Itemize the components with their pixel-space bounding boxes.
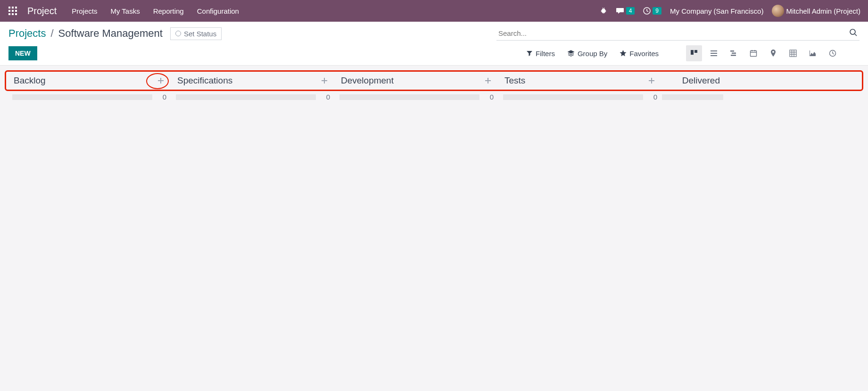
set-status-label: Set Status bbox=[184, 30, 216, 38]
breadcrumb-current: Software Management bbox=[58, 27, 163, 40]
set-status-button[interactable]: Set Status bbox=[170, 27, 222, 40]
stage-count: 0 bbox=[321, 93, 330, 101]
progress-bar bbox=[176, 94, 316, 100]
debug-icon[interactable] bbox=[600, 7, 607, 15]
stage-progress-tests: 0 bbox=[498, 93, 662, 101]
kanban-board: Backlog Specifications Development Tests… bbox=[0, 70, 868, 103]
stage-backlog[interactable]: Backlog bbox=[9, 73, 173, 89]
stage-tests[interactable]: Tests bbox=[500, 73, 663, 89]
filters-button[interactable]: Filters bbox=[526, 50, 555, 58]
svg-rect-17 bbox=[711, 55, 717, 56]
map-view-button[interactable] bbox=[765, 45, 781, 61]
add-card-button[interactable] bbox=[154, 77, 168, 84]
menu-configuration[interactable]: Configuration bbox=[197, 7, 239, 15]
svg-rect-8 bbox=[15, 13, 17, 15]
new-button[interactable]: NEW bbox=[8, 46, 37, 60]
avatar bbox=[772, 5, 784, 17]
breadcrumb: Projects / Software Management bbox=[8, 27, 163, 40]
stage-title: Backlog bbox=[14, 75, 46, 86]
stage-development[interactable]: Development bbox=[336, 73, 500, 89]
svg-rect-7 bbox=[12, 13, 14, 15]
apps-icon[interactable] bbox=[8, 6, 18, 16]
stage-delivered[interactable]: Delivered bbox=[663, 73, 729, 89]
svg-rect-38 bbox=[649, 80, 654, 81]
company-selector[interactable]: My Company (San Francisco) bbox=[670, 7, 763, 15]
stage-title: Specifications bbox=[177, 75, 232, 86]
svg-rect-34 bbox=[322, 80, 327, 81]
group-by-button[interactable]: Group By bbox=[567, 50, 607, 58]
svg-rect-3 bbox=[8, 10, 10, 12]
stage-title: Delivered bbox=[682, 75, 720, 86]
svg-rect-14 bbox=[694, 50, 697, 53]
messages-badge: 4 bbox=[626, 7, 635, 15]
add-card-button[interactable] bbox=[317, 77, 331, 84]
kanban-stage-headers: Backlog Specifications Development Tests… bbox=[5, 70, 863, 91]
app-name[interactable]: Project bbox=[27, 6, 57, 17]
list-view-button[interactable] bbox=[706, 45, 722, 61]
main-navbar: Project Projects My Tasks Reporting Conf… bbox=[0, 0, 868, 22]
activities-button[interactable]: 9 bbox=[643, 7, 661, 15]
search-options: Filters Group By Favorites bbox=[526, 45, 860, 61]
svg-line-12 bbox=[855, 34, 857, 36]
stage-title: Development bbox=[341, 75, 394, 86]
view-switcher bbox=[686, 45, 841, 61]
user-name: Mitchell Admin (Project) bbox=[786, 7, 860, 15]
navbar-right: 4 9 My Company (San Francisco) Mitchell … bbox=[600, 5, 860, 17]
progress-bar bbox=[12, 94, 152, 100]
menu-my-tasks[interactable]: My Tasks bbox=[110, 7, 140, 15]
progress-bar bbox=[662, 94, 723, 100]
stage-count: 0 bbox=[648, 93, 657, 101]
svg-rect-20 bbox=[731, 55, 736, 56]
calendar-view-button[interactable] bbox=[745, 45, 761, 61]
svg-rect-2 bbox=[15, 7, 17, 8]
progress-bar bbox=[339, 94, 479, 100]
favorites-button[interactable]: Favorites bbox=[620, 50, 659, 58]
stage-progress-backlog: 0 bbox=[8, 93, 171, 101]
gantt-view-button[interactable] bbox=[726, 45, 742, 61]
svg-rect-15 bbox=[711, 50, 717, 51]
svg-rect-25 bbox=[790, 50, 796, 57]
svg-rect-16 bbox=[711, 53, 717, 54]
kanban-counts-row: 0 0 0 0 bbox=[4, 91, 864, 103]
kanban-view-button[interactable] bbox=[686, 45, 702, 61]
pivot-view-button[interactable] bbox=[785, 45, 801, 61]
user-menu[interactable]: Mitchell Admin (Project) bbox=[772, 5, 860, 17]
stage-progress-delivered bbox=[662, 94, 728, 100]
status-dot-icon bbox=[175, 31, 181, 36]
control-panel: Projects / Software Management Set Statu… bbox=[0, 22, 868, 66]
svg-point-11 bbox=[850, 29, 855, 34]
progress-bar bbox=[503, 94, 643, 100]
breadcrumb-separator: / bbox=[50, 27, 53, 40]
messages-button[interactable]: 4 bbox=[616, 7, 635, 15]
search-input[interactable] bbox=[496, 26, 860, 41]
activity-view-button[interactable] bbox=[825, 45, 841, 61]
svg-rect-5 bbox=[15, 10, 17, 12]
stage-progress-development: 0 bbox=[335, 93, 498, 101]
add-card-button[interactable] bbox=[645, 77, 659, 84]
svg-rect-19 bbox=[732, 53, 736, 54]
search-icon[interactable] bbox=[849, 28, 858, 37]
svg-rect-1 bbox=[12, 7, 14, 8]
add-card-button[interactable] bbox=[481, 77, 495, 84]
svg-rect-18 bbox=[730, 50, 734, 52]
graph-view-button[interactable] bbox=[805, 45, 821, 61]
svg-rect-6 bbox=[8, 13, 10, 15]
activities-badge: 9 bbox=[653, 7, 661, 15]
stage-title: Tests bbox=[504, 75, 525, 86]
stage-count: 0 bbox=[157, 93, 166, 101]
menu-reporting[interactable]: Reporting bbox=[153, 7, 184, 15]
svg-point-9 bbox=[602, 9, 605, 13]
stage-progress-specifications: 0 bbox=[171, 93, 335, 101]
svg-rect-21 bbox=[751, 51, 757, 57]
svg-rect-4 bbox=[12, 10, 14, 12]
svg-rect-0 bbox=[8, 7, 10, 8]
breadcrumb-projects[interactable]: Projects bbox=[8, 27, 46, 40]
stage-count: 0 bbox=[484, 93, 494, 101]
svg-rect-13 bbox=[691, 50, 694, 55]
menu-projects[interactable]: Projects bbox=[72, 7, 97, 15]
svg-rect-36 bbox=[485, 80, 491, 81]
svg-rect-32 bbox=[158, 80, 164, 81]
stage-specifications[interactable]: Specifications bbox=[173, 73, 336, 89]
main-menu: Projects My Tasks Reporting Configuratio… bbox=[72, 7, 239, 15]
